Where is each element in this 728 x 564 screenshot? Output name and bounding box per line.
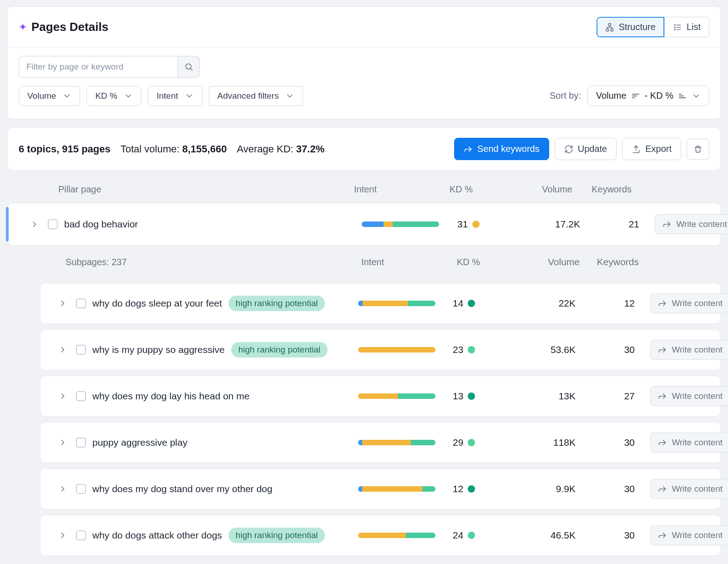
filter-advanced[interactable]: Advanced filters	[209, 86, 303, 106]
sort-select[interactable]: Volume - KD %	[587, 86, 709, 106]
kd-dot	[468, 532, 475, 539]
write-arrow-icon	[662, 220, 672, 229]
col-kd: KD %	[450, 184, 504, 195]
write-content-button[interactable]: Write content	[655, 214, 728, 234]
expand-toggle[interactable]	[21, 220, 48, 229]
row-checkbox[interactable]	[76, 345, 86, 355]
filter-search-button[interactable]	[178, 56, 200, 78]
upload-icon	[632, 145, 641, 154]
subpage-row: why is my puppy so aggressive high ranki…	[40, 329, 721, 370]
subpages-header: Subpages: 237 Intent KD % Volume Keyword…	[7, 247, 721, 277]
chevron-right-icon	[30, 220, 39, 229]
row-checkbox[interactable]	[76, 391, 86, 401]
refresh-icon	[564, 145, 573, 154]
col-intent: Intent	[354, 184, 450, 195]
pillar-name: bad dog behavior	[64, 219, 138, 230]
filter-volume[interactable]: Volume	[19, 86, 80, 106]
col-keywords: Keywords	[572, 184, 632, 195]
write-content-button[interactable]: Write content	[650, 433, 728, 453]
sort-asc-icon	[679, 94, 686, 98]
intent-bar	[358, 347, 435, 352]
write-arrow-icon	[658, 484, 667, 494]
svg-point-4	[674, 27, 675, 28]
keywords-value: 30	[576, 437, 635, 448]
expand-toggle[interactable]	[50, 438, 76, 447]
summary-stats: 6 topics, 915 pages Total volume: 8,155,…	[19, 143, 324, 155]
keywords-value: 12	[576, 298, 635, 309]
kd-dot	[468, 393, 475, 400]
sort-label: Sort by:	[550, 91, 581, 101]
keywords-value: 27	[576, 391, 635, 402]
volume-value: 13K	[507, 391, 576, 402]
delete-button[interactable]	[687, 139, 709, 160]
kd-value: 14	[453, 298, 463, 309]
write-arrow-icon	[658, 299, 667, 308]
write-content-button[interactable]: Write content	[650, 340, 728, 360]
write-content-button[interactable]: Write content	[650, 479, 728, 499]
update-button[interactable]: Update	[555, 138, 617, 160]
subpage-name: why is my puppy so aggressive	[92, 344, 225, 355]
write-arrow-icon	[658, 345, 667, 354]
trash-icon	[693, 145, 703, 154]
kd-value: 13	[453, 391, 463, 402]
write-content-button[interactable]: Write content	[650, 525, 728, 545]
intent-bar	[358, 486, 435, 492]
filter-intent[interactable]: Intent	[148, 86, 202, 106]
chevron-down-icon	[285, 91, 294, 101]
intent-bar	[358, 301, 435, 306]
chevron-right-icon	[58, 484, 67, 494]
expand-toggle[interactable]	[50, 484, 76, 494]
write-arrow-icon	[658, 438, 667, 447]
volume-value: 22K	[507, 298, 576, 309]
subpage-row: puppy aggressive play 29 118K 30 Write c…	[40, 422, 721, 463]
view-list-button[interactable]: List	[664, 17, 709, 37]
filter-search-input[interactable]	[19, 56, 178, 78]
expand-toggle[interactable]	[50, 531, 76, 540]
subpage-name: why does my dog lay his head on me	[92, 391, 250, 402]
filter-kd[interactable]: KD %	[86, 86, 142, 106]
kd-value: 23	[453, 344, 463, 355]
row-checkbox[interactable]	[48, 219, 58, 229]
volume-value: 9.9K	[507, 483, 576, 494]
row-checkbox[interactable]	[76, 298, 86, 308]
subpage-name: why do dogs sleep at your feet	[92, 298, 222, 309]
ranking-badge: high ranking potential	[231, 342, 328, 358]
sort-desc-icon	[632, 94, 639, 98]
row-checkbox[interactable]	[76, 530, 86, 540]
row-checkbox[interactable]	[76, 438, 86, 448]
sparkle-icon: ✦	[19, 21, 27, 33]
list-icon	[673, 23, 682, 32]
volume-value: 46.5K	[507, 530, 576, 541]
chevron-down-icon	[62, 91, 71, 101]
subpage-name: why do dogs attack other dogs	[92, 530, 222, 541]
intent-bar	[358, 393, 435, 399]
kd-value: 24	[453, 530, 463, 541]
expand-toggle[interactable]	[50, 345, 76, 354]
expand-toggle[interactable]	[50, 299, 76, 308]
subpage-row: why does my dog stand over my other dog …	[40, 468, 721, 509]
expand-toggle[interactable]	[50, 392, 76, 401]
volume-value: 53.6K	[507, 344, 576, 355]
svg-point-3	[674, 25, 675, 25]
write-content-button[interactable]: Write content	[650, 293, 728, 313]
view-toggle: Structure List	[597, 17, 709, 37]
volume-value: 118K	[507, 437, 576, 448]
column-headers: Pillar page Intent KD % Volume Keywords	[0, 177, 728, 203]
write-content-button[interactable]: Write content	[650, 386, 728, 406]
chevron-right-icon	[58, 392, 67, 401]
pillar-row: bad dog behavior 31 17.2K 21 Write conte…	[7, 203, 721, 246]
kd-dot	[472, 221, 480, 228]
kd-value: 29	[453, 437, 463, 448]
intent-bar	[362, 222, 439, 227]
keywords-value: 21	[580, 219, 639, 230]
chevron-right-icon	[58, 438, 67, 447]
export-button[interactable]: Export	[622, 138, 681, 160]
view-structure-button[interactable]: Structure	[597, 17, 664, 37]
row-checkbox[interactable]	[76, 484, 86, 494]
chevron-down-icon	[185, 91, 194, 101]
kd-dot	[468, 346, 475, 353]
write-arrow-icon	[658, 531, 667, 540]
col-pillar: Pillar page	[40, 184, 354, 195]
keywords-value: 30	[576, 530, 635, 541]
send-keywords-button[interactable]: Send keywords	[454, 138, 549, 160]
